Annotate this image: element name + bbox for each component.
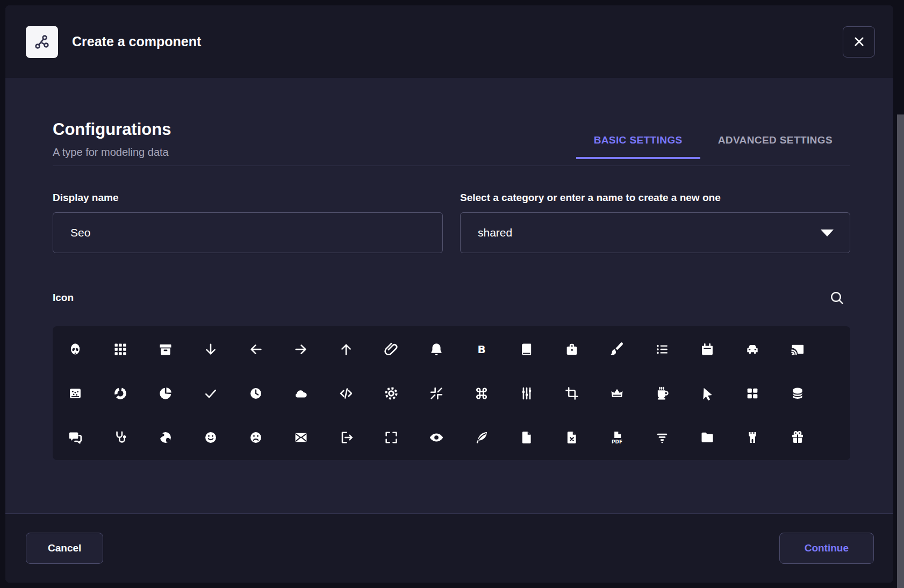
file-pdf-icon: PDF bbox=[609, 430, 625, 445]
tab-advanced-settings[interactable]: ADVANCED SETTINGS bbox=[700, 134, 850, 159]
icon-picker-header: Icon bbox=[53, 288, 850, 308]
collapse-icon bbox=[429, 386, 444, 401]
icon-option-chart-pie[interactable] bbox=[143, 371, 188, 415]
icon-option-chart-circle[interactable] bbox=[98, 371, 143, 415]
icon-option-feather[interactable] bbox=[459, 415, 504, 460]
icon-option-chart-bubble[interactable] bbox=[53, 371, 98, 415]
close-button[interactable] bbox=[843, 26, 875, 58]
icon-option-connector[interactable] bbox=[504, 371, 549, 415]
icon-option-doctor[interactable] bbox=[98, 415, 143, 460]
icon-option-discuss[interactable] bbox=[53, 415, 98, 460]
form-row: Display name Select a category or enter … bbox=[53, 192, 850, 253]
feather-icon bbox=[474, 430, 489, 445]
check-icon bbox=[203, 386, 218, 401]
page-scrollbar[interactable] bbox=[897, 114, 904, 588]
brush-icon bbox=[609, 342, 625, 357]
icon-option-cloud[interactable] bbox=[278, 371, 324, 415]
icon-option-check[interactable] bbox=[188, 371, 233, 415]
command-icon bbox=[474, 386, 489, 401]
earth-icon bbox=[158, 430, 173, 445]
icon-option-arrow-left[interactable] bbox=[233, 327, 278, 371]
icon-option-brush[interactable] bbox=[594, 327, 640, 371]
icon-option-gate[interactable] bbox=[730, 415, 775, 460]
icon-option-arrow-down[interactable] bbox=[188, 327, 233, 371]
icon-option-collapse[interactable] bbox=[414, 371, 459, 415]
folder-icon bbox=[700, 430, 715, 445]
envelop-icon bbox=[293, 430, 308, 445]
icon-search-button[interactable] bbox=[827, 288, 847, 308]
gift-icon bbox=[790, 430, 805, 445]
book-icon bbox=[519, 342, 534, 357]
attachment-icon bbox=[384, 342, 399, 357]
icon-option-alien[interactable] bbox=[53, 327, 98, 371]
icon-picker-label: Icon bbox=[53, 292, 74, 304]
connector-icon bbox=[519, 386, 534, 401]
icon-option-emotion-happy[interactable] bbox=[188, 415, 233, 460]
arrow-down-icon bbox=[203, 342, 218, 357]
eye-icon bbox=[429, 430, 444, 445]
icon-option-arrow-up[interactable] bbox=[324, 327, 369, 371]
icon-option-car[interactable] bbox=[730, 327, 775, 371]
icon-option-expand[interactable] bbox=[369, 415, 414, 460]
icon-option-crown[interactable] bbox=[594, 371, 640, 415]
icon-option-command[interactable] bbox=[459, 371, 504, 415]
icon-option-bullet-list[interactable] bbox=[640, 327, 685, 371]
car-icon bbox=[745, 342, 760, 357]
icon-option-clock[interactable] bbox=[233, 371, 278, 415]
tab-basic-settings[interactable]: BASIC SETTINGS bbox=[576, 134, 700, 159]
create-component-modal: Create a component Configurations A type… bbox=[5, 5, 893, 583]
icon-option-file[interactable] bbox=[504, 415, 549, 460]
icon-option-earth[interactable] bbox=[143, 415, 188, 460]
crop-icon bbox=[564, 386, 579, 401]
icon-option-dashboard[interactable] bbox=[730, 371, 775, 415]
icon-option-arrow-right[interactable] bbox=[278, 327, 324, 371]
icon-option-bold[interactable]: B bbox=[459, 327, 504, 371]
component-glyph bbox=[33, 33, 51, 51]
cup-icon bbox=[655, 386, 670, 401]
svg-text:B: B bbox=[477, 343, 485, 356]
discuss-icon bbox=[68, 430, 83, 445]
icon-option-database[interactable] bbox=[775, 371, 820, 415]
dashboard-icon bbox=[745, 386, 760, 401]
icon-option-file-error[interactable] bbox=[549, 415, 594, 460]
emotion-happy-icon bbox=[203, 430, 218, 445]
doctor-icon bbox=[113, 430, 128, 445]
continue-button[interactable]: Continue bbox=[779, 533, 874, 564]
gate-icon bbox=[745, 430, 760, 445]
icon-option-file-pdf[interactable]: PDF bbox=[594, 415, 640, 460]
section-heading: Configurations bbox=[53, 119, 171, 140]
icon-option-cursor[interactable] bbox=[685, 371, 730, 415]
icon-option-cast[interactable] bbox=[775, 327, 820, 371]
icon-option-filter[interactable] bbox=[640, 415, 685, 460]
section-titles: Configurations A type for modeling data bbox=[53, 119, 171, 159]
cog-icon bbox=[384, 386, 399, 401]
icon-option-crop[interactable] bbox=[549, 371, 594, 415]
cancel-button[interactable]: Cancel bbox=[26, 533, 103, 564]
section-header-row: Configurations A type for modeling data … bbox=[53, 119, 850, 159]
category-select-value: shared bbox=[478, 226, 512, 239]
icon-option-attachment[interactable] bbox=[369, 327, 414, 371]
category-field: Select a category or enter a name to cre… bbox=[460, 192, 850, 253]
icon-option-cup[interactable] bbox=[640, 371, 685, 415]
icon-option-exit[interactable] bbox=[324, 415, 369, 460]
icon-option-code[interactable] bbox=[324, 371, 369, 415]
icon-option-folder[interactable] bbox=[685, 415, 730, 460]
icon-option-archive[interactable] bbox=[143, 327, 188, 371]
chevron-down-icon bbox=[821, 230, 834, 236]
icon-option-briefcase[interactable] bbox=[549, 327, 594, 371]
expand-icon bbox=[384, 430, 399, 445]
icon-option-apps[interactable] bbox=[98, 327, 143, 371]
icon-option-eye[interactable] bbox=[414, 415, 459, 460]
icon-option-gift[interactable] bbox=[775, 415, 820, 460]
icon-option-emotion-unhappy[interactable] bbox=[233, 415, 278, 460]
category-label: Select a category or enter a name to cre… bbox=[460, 192, 850, 204]
icon-option-cog[interactable] bbox=[369, 371, 414, 415]
icon-option-book[interactable] bbox=[504, 327, 549, 371]
icon-option-bell[interactable] bbox=[414, 327, 459, 371]
icon-option-calendar[interactable] bbox=[685, 327, 730, 371]
icon-option-envelop[interactable] bbox=[278, 415, 324, 460]
category-select[interactable]: shared bbox=[460, 212, 850, 253]
alien-icon bbox=[68, 342, 83, 357]
chart-bubble-icon bbox=[68, 386, 83, 401]
display-name-input[interactable] bbox=[53, 212, 443, 253]
